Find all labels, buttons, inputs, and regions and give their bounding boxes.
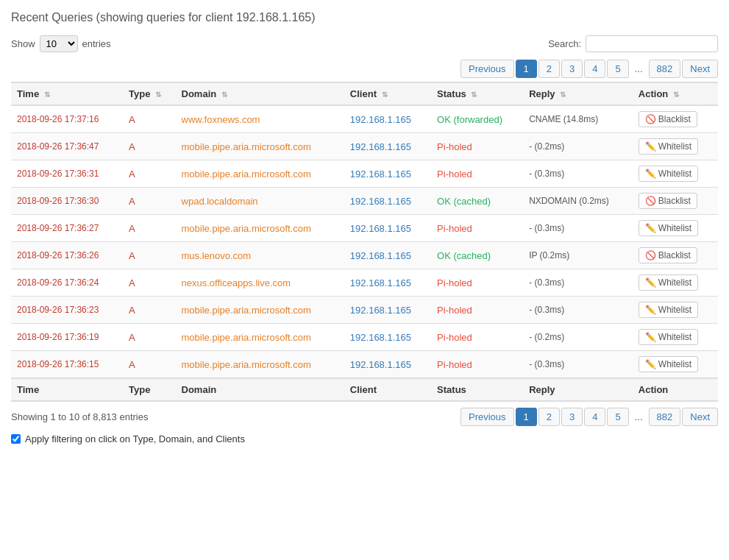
cell-type: A bbox=[123, 242, 176, 269]
cell-client: 192.168.1.165 bbox=[344, 133, 431, 160]
cell-domain: nexus.officeapps.live.com bbox=[176, 269, 344, 297]
col-domain: Domain ⇅ bbox=[176, 82, 344, 105]
cell-action: ✏️Whitelist bbox=[633, 297, 718, 324]
foot-reply: Reply bbox=[523, 378, 633, 401]
sort-type-icon[interactable]: ⇅ bbox=[155, 91, 161, 99]
whitelist-button[interactable]: ✏️Whitelist bbox=[639, 274, 698, 291]
whitelist-button[interactable]: ✏️Whitelist bbox=[639, 329, 698, 345]
next-button-bottom[interactable]: Next bbox=[682, 408, 718, 426]
show-entries-select[interactable]: 10 25 50 100 bbox=[40, 35, 78, 52]
col-action: Action ⇅ bbox=[633, 82, 718, 105]
cell-time: 2018-09-26 17:36:30 bbox=[11, 188, 123, 215]
cell-time: 2018-09-26 17:36:15 bbox=[11, 351, 123, 379]
table-row: 2018-09-26 17:36:24Anexus.officeapps.liv… bbox=[11, 269, 718, 297]
cell-reply: CNAME (14.8ms) bbox=[523, 105, 633, 133]
cell-time: 2018-09-26 17:36:31 bbox=[11, 160, 123, 188]
cell-client: 192.168.1.165 bbox=[344, 160, 431, 188]
cell-client: 192.168.1.165 bbox=[344, 188, 431, 215]
cell-reply: - (0.2ms) bbox=[523, 324, 633, 351]
cell-type: A bbox=[123, 160, 176, 188]
page-4-button-bottom[interactable]: 4 bbox=[584, 408, 605, 426]
search-input[interactable] bbox=[586, 35, 718, 52]
cell-status: Pi-holed bbox=[431, 351, 523, 379]
cell-domain: mobile.pipe.aria.microsoft.com bbox=[176, 215, 344, 242]
cell-time: 2018-09-26 17:36:23 bbox=[11, 297, 123, 324]
cell-action: ✏️Whitelist bbox=[633, 324, 718, 351]
page-1-button-bottom[interactable]: 1 bbox=[516, 408, 537, 426]
cell-domain: mobile.pipe.aria.microsoft.com bbox=[176, 133, 344, 160]
page-3-button-bottom[interactable]: 3 bbox=[561, 408, 583, 426]
page-5-button-top[interactable]: 5 bbox=[607, 60, 628, 78]
cell-type: A bbox=[123, 324, 176, 351]
page-4-button-top[interactable]: 4 bbox=[584, 60, 605, 78]
sort-domain-icon[interactable]: ⇅ bbox=[221, 91, 227, 99]
blacklist-button[interactable]: 🚫Blacklist bbox=[639, 111, 697, 127]
page-3-button-top[interactable]: 3 bbox=[561, 60, 583, 78]
filter-label: Apply filtering on click on Type, Domain… bbox=[25, 433, 245, 444]
cell-client: 192.168.1.165 bbox=[344, 269, 431, 297]
cell-reply: - (0.3ms) bbox=[523, 215, 633, 242]
pagination-bottom: Previous 1 2 3 4 5 ... 882 Next bbox=[460, 408, 718, 426]
cell-status: Pi-holed bbox=[431, 324, 523, 351]
prev-button-bottom[interactable]: Previous bbox=[460, 408, 514, 426]
last-page-button-bottom[interactable]: 882 bbox=[649, 408, 681, 426]
entries-label: entries bbox=[82, 38, 111, 49]
page-5-button-bottom[interactable]: 5 bbox=[607, 408, 628, 426]
filter-checkbox[interactable] bbox=[11, 434, 21, 444]
cell-reply: - (0.2ms) bbox=[523, 133, 633, 160]
cell-domain: mobile.pipe.aria.microsoft.com bbox=[176, 160, 344, 188]
page-title: Recent Queries (showing queries for clie… bbox=[11, 11, 718, 24]
cell-status: Pi-holed bbox=[431, 215, 523, 242]
next-button-top[interactable]: Next bbox=[682, 60, 718, 78]
page-2-button-top[interactable]: 2 bbox=[538, 60, 560, 78]
col-client: Client ⇅ bbox=[344, 82, 431, 105]
show-label: Show bbox=[11, 38, 35, 49]
showing-text: Showing 1 to 10 of 8,813 entries bbox=[11, 411, 148, 422]
prev-button-top[interactable]: Previous bbox=[460, 60, 514, 78]
page-1-button-top[interactable]: 1 bbox=[516, 60, 537, 78]
last-page-button-top[interactable]: 882 bbox=[649, 60, 681, 78]
col-type: Type ⇅ bbox=[123, 82, 176, 105]
cell-client: 192.168.1.165 bbox=[344, 297, 431, 324]
sort-time-icon[interactable]: ⇅ bbox=[44, 91, 50, 99]
dots-bottom: ... bbox=[630, 408, 647, 425]
whitelist-button[interactable]: ✏️Whitelist bbox=[639, 220, 698, 236]
sort-action-icon[interactable]: ⇅ bbox=[673, 91, 679, 99]
cell-status: Pi-holed bbox=[431, 297, 523, 324]
cell-status: Pi-holed bbox=[431, 160, 523, 188]
table-row: 2018-09-26 17:37:16Awww.foxnews.com192.1… bbox=[11, 105, 718, 133]
edit-icon: ✏️ bbox=[645, 359, 656, 369]
cell-domain: mobile.pipe.aria.microsoft.com bbox=[176, 297, 344, 324]
cell-client: 192.168.1.165 bbox=[344, 215, 431, 242]
blacklist-button[interactable]: 🚫Blacklist bbox=[639, 247, 697, 263]
table-row: 2018-09-26 17:36:26Amus.lenovo.com192.16… bbox=[11, 242, 718, 269]
cell-reply: IP (0.2ms) bbox=[523, 242, 633, 269]
edit-icon: ✏️ bbox=[645, 169, 656, 179]
cell-reply: - (0.3ms) bbox=[523, 269, 633, 297]
edit-icon: ✏️ bbox=[645, 277, 656, 288]
cell-action: 🚫Blacklist bbox=[633, 242, 718, 269]
sort-reply-icon[interactable]: ⇅ bbox=[560, 91, 566, 99]
sort-client-icon[interactable]: ⇅ bbox=[382, 91, 388, 99]
edit-icon: ✏️ bbox=[645, 305, 656, 315]
foot-client: Client bbox=[344, 378, 431, 401]
blacklist-button[interactable]: 🚫Blacklist bbox=[639, 193, 697, 209]
queries-table: Time ⇅ Type ⇅ Domain ⇅ Client ⇅ Status ⇅… bbox=[11, 82, 718, 402]
whitelist-button[interactable]: ✏️Whitelist bbox=[639, 166, 698, 182]
whitelist-button[interactable]: ✏️Whitelist bbox=[639, 356, 698, 372]
cell-type: A bbox=[123, 351, 176, 379]
cell-time: 2018-09-26 17:36:47 bbox=[11, 133, 123, 160]
whitelist-button[interactable]: ✏️Whitelist bbox=[639, 302, 698, 318]
whitelist-button[interactable]: ✏️Whitelist bbox=[639, 138, 698, 155]
table-row: 2018-09-26 17:36:19Amobile.pipe.aria.mic… bbox=[11, 324, 718, 351]
edit-icon: ✏️ bbox=[645, 141, 656, 152]
cell-time: 2018-09-26 17:36:26 bbox=[11, 242, 123, 269]
page-2-button-bottom[interactable]: 2 bbox=[538, 408, 560, 426]
cell-action: ✏️Whitelist bbox=[633, 215, 718, 242]
cell-domain: mus.lenovo.com bbox=[176, 242, 344, 269]
cell-domain: mobile.pipe.aria.microsoft.com bbox=[176, 351, 344, 379]
cell-reply: NXDOMAIN (0.2ms) bbox=[523, 188, 633, 215]
sort-status-icon[interactable]: ⇅ bbox=[471, 91, 477, 99]
cell-client: 192.168.1.165 bbox=[344, 324, 431, 351]
cell-domain: mobile.pipe.aria.microsoft.com bbox=[176, 324, 344, 351]
